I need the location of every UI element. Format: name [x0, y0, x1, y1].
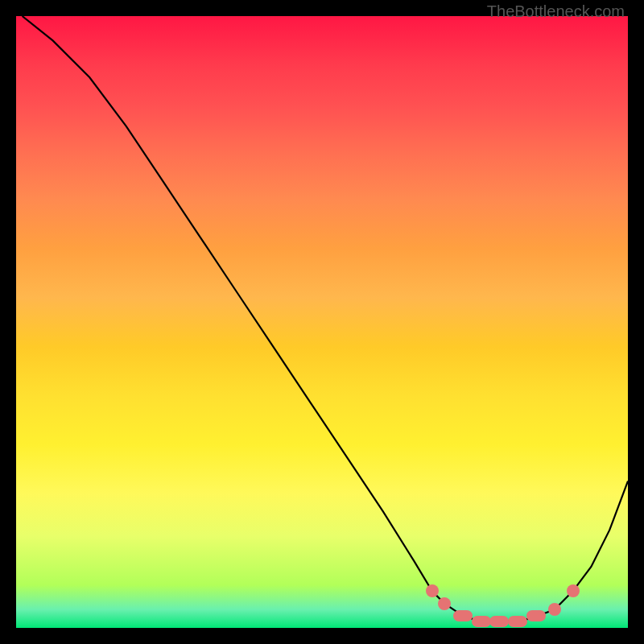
- watermark-text: TheBottleneck.com: [487, 2, 625, 21]
- marker-dot: [489, 616, 509, 627]
- marker-dot: [526, 610, 546, 621]
- marker-dot: [472, 616, 491, 627]
- marker-dot: [508, 616, 527, 627]
- marker-dot: [548, 603, 561, 616]
- marker-dot: [567, 584, 580, 597]
- marker-dot: [453, 610, 473, 621]
- marker-dot: [426, 584, 439, 597]
- marker-dot: [438, 597, 451, 610]
- chart-curve: [16, 16, 628, 628]
